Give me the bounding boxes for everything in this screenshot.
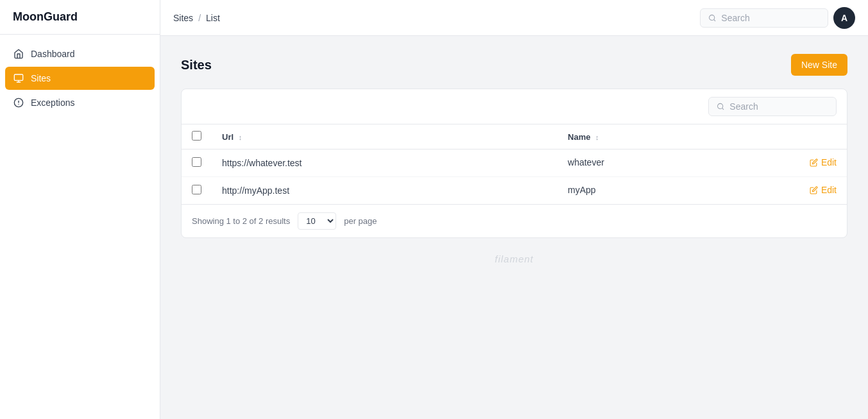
page-title: Sites	[181, 58, 212, 73]
svg-line-9	[722, 108, 724, 109]
showing-text: Showing 1 to 2 of 2 results	[192, 216, 290, 226]
sidebar-item-sites[interactable]: Sites	[5, 67, 155, 90]
row-name-and-actions: myApp Edit	[557, 177, 847, 203]
col-name[interactable]: Name ↕	[557, 124, 847, 150]
sidebar-item-dashboard[interactable]: Dashboard	[5, 42, 155, 65]
topbar-search-container	[700, 8, 828, 28]
edit-button[interactable]: Edit	[810, 185, 837, 195]
row-name: myApp	[568, 185, 596, 195]
name-sort-icon: ↕	[595, 133, 599, 141]
main-wrapper: Sites / List A Sites New Site	[160, 0, 868, 419]
col-checkbox	[182, 124, 212, 150]
table-row: https://whatever.test whatever Edit	[182, 150, 847, 177]
app-logo: MoonGuard	[0, 0, 160, 35]
watermark: filament	[181, 253, 847, 264]
table-footer: Showing 1 to 2 of 2 results 102550100 pe…	[182, 204, 847, 237]
table-row: http://myApp.test myApp Edit	[182, 177, 847, 205]
row-url: https://whatever.test	[212, 150, 557, 177]
edit-button[interactable]: Edit	[810, 157, 837, 167]
col-url[interactable]: Url ↕	[212, 124, 557, 150]
per-page-label: per page	[344, 216, 377, 226]
row-name: whatever	[568, 157, 604, 167]
table-search-container	[708, 97, 837, 116]
sidebar-item-label: Dashboard	[31, 49, 75, 59]
breadcrumb-parent: Sites	[173, 13, 193, 23]
new-site-button[interactable]: New Site	[791, 54, 847, 76]
sidebar-item-label: Sites	[31, 73, 51, 83]
sidebar: MoonGuard Dashboard Sites	[0, 0, 160, 419]
table-search-input[interactable]	[729, 101, 828, 112]
per-page-select[interactable]: 102550100	[298, 212, 336, 230]
select-all-checkbox[interactable]	[192, 131, 201, 141]
row-checkbox[interactable]	[192, 185, 201, 194]
breadcrumb: Sites / List	[173, 13, 695, 23]
table-card: Url ↕ Name ↕ https://whatever.test wh	[181, 89, 847, 238]
row-checkbox-cell	[182, 177, 212, 205]
row-name-and-actions: whatever Edit	[557, 150, 847, 175]
home-icon	[13, 48, 24, 60]
row-checkbox[interactable]	[192, 157, 201, 167]
sidebar-item-exceptions[interactable]: Exceptions	[5, 91, 155, 114]
table-search-icon	[717, 102, 724, 111]
breadcrumb-separator: /	[198, 13, 201, 23]
avatar[interactable]: A	[833, 7, 855, 29]
topbar-search-input[interactable]	[721, 13, 820, 23]
row-checkbox-cell	[182, 150, 212, 177]
row-url: http://myApp.test	[212, 177, 557, 205]
sites-table: Url ↕ Name ↕ https://whatever.test wh	[182, 124, 847, 204]
main-content: Sites New Site	[160, 36, 868, 419]
topbar: Sites / List A	[160, 0, 868, 36]
search-icon	[708, 13, 716, 22]
table-toolbar	[182, 89, 847, 124]
edit-icon	[810, 186, 818, 194]
svg-rect-0	[14, 74, 22, 80]
page-header: Sites New Site	[181, 54, 847, 76]
sidebar-item-label: Exceptions	[31, 98, 74, 108]
svg-line-7	[714, 19, 715, 21]
breadcrumb-current: List	[206, 13, 220, 23]
sites-icon	[13, 73, 24, 84]
exceptions-icon	[13, 97, 24, 108]
edit-icon	[810, 158, 818, 167]
url-sort-icon: ↕	[239, 133, 243, 141]
sidebar-nav: Dashboard Sites Exceptions	[0, 35, 160, 122]
